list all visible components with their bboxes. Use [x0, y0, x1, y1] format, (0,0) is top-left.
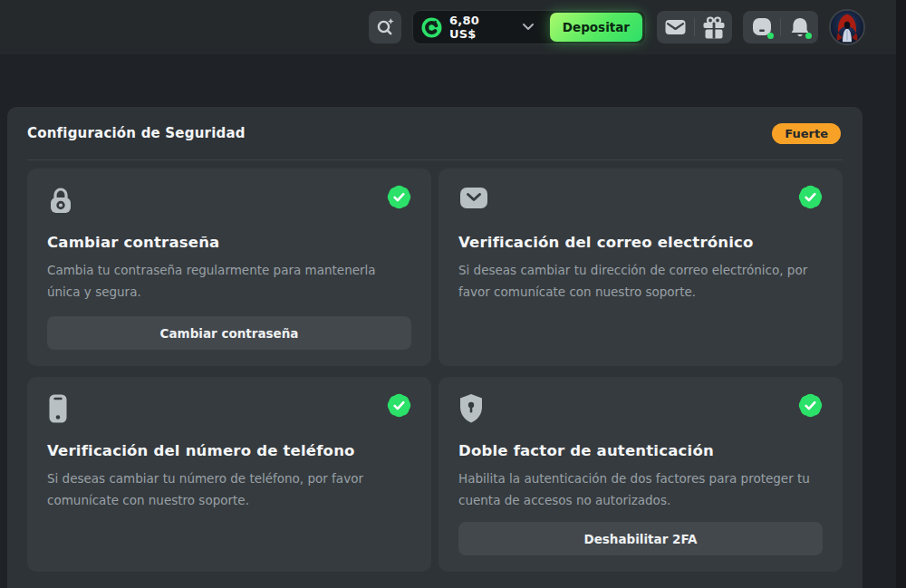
top-bar: 6,80 US$ Depositar: [0, 0, 906, 54]
mail-gift-group: [657, 11, 732, 43]
verified-badge-icon: [798, 393, 823, 418]
verified-badge-icon: [387, 393, 411, 418]
search-sparkle-icon: [375, 17, 395, 37]
notifications-button[interactable]: [781, 11, 818, 43]
tile-two-factor-auth: Doble factor de autenticación Habilita l…: [439, 377, 843, 572]
tile-title: Verificación del número de teléfono: [47, 442, 411, 459]
envelope-icon: [458, 185, 489, 210]
chat-bell-group: [743, 11, 818, 43]
scrollbar-track[interactable]: [896, 0, 906, 588]
tile-title: Doble factor de autenticación: [458, 442, 823, 459]
tile-title: Verificación del correo electrónico: [458, 234, 823, 251]
wallet-currency-select[interactable]: 6,80 US$ Depositar: [412, 10, 646, 44]
tile-description: Si deseas cambiar tu dirección de correo…: [458, 260, 823, 303]
tile-phone-verification: Verificación del número de teléfono Si d…: [27, 377, 431, 572]
tile-title: Cambiar contraseña: [47, 234, 411, 251]
phone-icon: [47, 393, 69, 424]
mail-icon: [665, 19, 686, 35]
tile-description: Cambia tu contraseña regularmente para m…: [47, 260, 411, 303]
security-tiles-grid: Cambiar contraseña Cambia tu contraseña …: [27, 169, 843, 572]
chevron-down-icon: [523, 24, 534, 31]
verified-badge-icon: [387, 185, 411, 209]
coin-icon: [421, 17, 442, 38]
card-header: Configuración de Seguridad Fuerte: [7, 107, 863, 159]
password-strength-badge: Fuerte: [772, 123, 841, 144]
tile-change-password: Cambiar contraseña Cambia tu contraseña …: [27, 169, 431, 366]
bell-unread-dot: [805, 33, 812, 39]
shield-icon: [458, 393, 484, 424]
verified-badge-icon: [798, 185, 823, 209]
tile-description: Si deseas cambiar tu número de teléfono,…: [47, 468, 411, 511]
mail-button[interactable]: [657, 11, 694, 43]
gift-button[interactable]: [695, 11, 732, 43]
divider: [27, 159, 843, 160]
chat-unread-dot: [767, 33, 774, 39]
gift-icon: [703, 16, 725, 39]
search-button[interactable]: [369, 11, 401, 43]
lock-icon: [47, 185, 74, 216]
deposit-button[interactable]: Depositar: [550, 13, 642, 42]
disable-2fa-button[interactable]: Deshabilitar 2FA: [458, 522, 823, 555]
change-password-button[interactable]: Cambiar contraseña: [47, 316, 411, 350]
user-avatar[interactable]: [829, 9, 865, 45]
security-settings-card: Configuración de Seguridad Fuerte: [7, 107, 863, 588]
chat-button[interactable]: [743, 11, 780, 43]
tile-email-verification: Verificación del correo electrónico Si d…: [439, 169, 843, 366]
tile-description: Habilita la autenticación de dos factore…: [458, 468, 823, 511]
page-title: Configuración de Seguridad: [27, 125, 246, 141]
wallet-balance: 6,80 US$: [449, 14, 508, 41]
